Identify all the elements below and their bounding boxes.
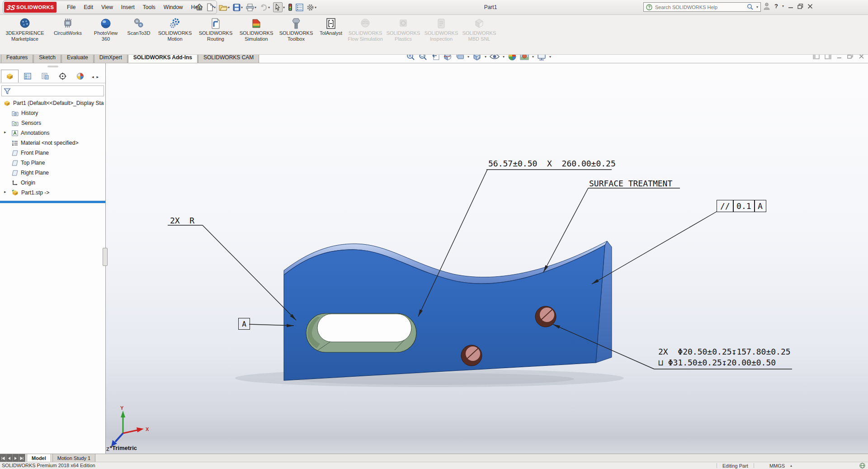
settings-button[interactable]: ▾ xyxy=(306,4,317,11)
addin-photoview-360[interactable]: PhotoView 360 xyxy=(89,18,123,42)
menu-region: 3S SOLIDWORKS File Edit View Insert Tool… xyxy=(3,0,217,14)
display-style-caret-icon[interactable]: ▾ xyxy=(467,55,469,59)
tree-item-front-plane[interactable]: Front Plane xyxy=(0,148,105,158)
addin-label: CircuitWorks xyxy=(54,30,82,36)
panel-tabs-prev-icon[interactable]: ◂ xyxy=(92,75,94,79)
menu-window[interactable]: Window xyxy=(160,2,187,12)
annotations-icon xyxy=(12,130,18,136)
save-button[interactable]: ▾ xyxy=(232,4,244,11)
login-user-icon[interactable] xyxy=(763,2,770,10)
surface-treatment-annotation[interactable]: SURFACE TREATMENT xyxy=(589,179,672,188)
units-caret-icon[interactable]: ▴ xyxy=(790,464,792,468)
help-caret-icon[interactable]: ▾ xyxy=(782,4,784,8)
nav-prev-icon[interactable] xyxy=(6,454,13,462)
rebuild-button[interactable] xyxy=(287,3,293,11)
tree-item-right-plane[interactable]: Right Plane xyxy=(0,168,105,178)
options-list-button[interactable] xyxy=(295,4,304,11)
tree-root-part[interactable]: Part1 (Default<<Default>_Display Sta xyxy=(0,98,105,108)
addin-3dexperience-marketplace[interactable]: 3DEXPERIENCE Marketplace xyxy=(3,18,47,42)
rollback-bar[interactable] xyxy=(0,201,105,203)
graphics-area[interactable] xyxy=(106,63,868,454)
addin-label: SOLIDWORKS Motion xyxy=(156,30,194,42)
close-button[interactable] xyxy=(807,4,813,9)
datum-a-label[interactable]: A xyxy=(238,318,250,330)
tree-item-sensors[interactable]: Sensors xyxy=(0,118,105,128)
slot-dimension-annotation[interactable]: 56.57±0.50 X 260.00±0.25 xyxy=(488,159,616,168)
addin-solidworks-motion[interactable]: SOLIDWORKS Motion xyxy=(155,18,195,42)
home-button[interactable] xyxy=(194,3,204,11)
hole-callout-line1[interactable]: 2X Φ20.50±0.25↧157.80±0.25 xyxy=(658,347,791,356)
tab-featuremanager-tree[interactable] xyxy=(1,70,19,83)
addin-solidworks-plastics: SOLIDWORKS Plastics xyxy=(384,18,422,42)
tab-dimxpertmanager[interactable] xyxy=(54,70,71,83)
tree-item-annotations[interactable]: ▸ Annotations xyxy=(0,128,105,138)
addin-tolanalyst[interactable]: TolAnalyst xyxy=(316,18,346,36)
new-document-caret-icon[interactable]: ▾ xyxy=(214,5,216,9)
search-icon[interactable] xyxy=(747,4,754,10)
expander-icon[interactable]: ▸ xyxy=(4,189,6,194)
apply-scene-caret-icon[interactable]: ▾ xyxy=(532,55,534,59)
menu-view[interactable]: View xyxy=(97,2,117,12)
solidworks-logo: 3S SOLIDWORKS xyxy=(4,2,57,13)
tab-configurationmanager[interactable] xyxy=(36,70,54,83)
print-caret-icon[interactable]: ▾ xyxy=(255,5,256,9)
parallelism-feature-control-frame[interactable]: // 0.1 A xyxy=(717,200,766,212)
menu-file[interactable]: File xyxy=(63,2,80,12)
tree-item-label: Origin xyxy=(21,180,35,186)
hole-callout-line2[interactable]: ⊔ Φ31.50±0.25↧20.00±0.50 xyxy=(658,358,776,367)
nav-first-icon[interactable] xyxy=(0,454,6,462)
panel-tabs-next-icon[interactable]: ▸ xyxy=(97,75,99,79)
menu-edit[interactable]: Edit xyxy=(80,2,97,12)
open-button[interactable]: ▾ xyxy=(218,4,231,11)
expander-icon[interactable]: ▸ xyxy=(4,130,6,134)
menu-insert[interactable]: Insert xyxy=(117,2,139,12)
settings-caret-icon[interactable]: ▾ xyxy=(315,5,316,9)
plastics-icon xyxy=(397,18,410,29)
select-tool-button[interactable] xyxy=(273,2,283,12)
nav-last-icon[interactable] xyxy=(19,454,25,462)
nav-next-icon[interactable] xyxy=(13,454,19,462)
hide-show-caret-icon[interactable]: ▾ xyxy=(503,55,505,59)
new-document-button[interactable]: ▾ xyxy=(206,3,217,11)
addin-solidworks-routing[interactable]: SOLIDWORKS Routing xyxy=(195,18,236,42)
addin-solidworks-flow-simulation: SOLIDWORKS Flow Simulation xyxy=(346,18,384,42)
print-button[interactable]: ▾ xyxy=(245,4,257,11)
view-orientation-caret-icon[interactable]: ▾ xyxy=(485,55,486,59)
tab-propertymanager[interactable] xyxy=(19,70,36,83)
tree-item-origin[interactable]: Origin xyxy=(0,178,105,188)
tree-item-history[interactable]: History xyxy=(0,108,105,118)
tree-item-top-plane[interactable]: Top Plane xyxy=(0,158,105,168)
addin-label: SOLIDWORKS Routing xyxy=(196,30,235,42)
menubar: File Edit View Insert Tools Window Help xyxy=(63,2,206,12)
addin-scanto3d[interactable]: ScanTo3D xyxy=(123,18,155,36)
select-caret-icon[interactable]: ▾ xyxy=(283,5,285,9)
search-caret-icon[interactable]: ▾ xyxy=(756,5,758,9)
units-selector[interactable]: MMGS xyxy=(754,463,790,469)
tree-filter-input[interactable] xyxy=(1,85,104,96)
toolbox-icon xyxy=(290,18,302,29)
panel-grip-handle[interactable] xyxy=(47,66,58,67)
open-caret-icon[interactable]: ▾ xyxy=(228,5,230,9)
help-search-box[interactable]: Search SOLIDWORKS Help ▾ xyxy=(643,2,761,12)
flow-simulation-icon xyxy=(359,18,372,29)
history-folder-icon xyxy=(12,110,19,116)
tree-item-label: Right Plane xyxy=(21,170,49,176)
tab-model[interactable]: Model xyxy=(27,454,51,462)
addin-circuitworks[interactable]: CircuitWorks xyxy=(47,18,89,36)
panel-splitter-handle[interactable] xyxy=(103,248,108,266)
tree-item-imported-part[interactable]: ▸ Part1.stp -> xyxy=(0,188,105,198)
plane-icon xyxy=(12,170,18,176)
tags-globe-icon[interactable] xyxy=(859,463,865,469)
tab-motion-study-1[interactable]: Motion Study 1 xyxy=(52,454,95,462)
view-settings-caret-icon[interactable]: ▾ xyxy=(549,55,551,59)
radius-annotation[interactable]: 2X R xyxy=(170,216,194,225)
restore-button[interactable] xyxy=(797,4,803,9)
addin-solidworks-simulation[interactable]: SOLIDWORKS Simulation xyxy=(236,18,277,42)
minimize-button[interactable] xyxy=(788,4,793,9)
help-button[interactable]: ? xyxy=(774,3,778,9)
tree-item-material[interactable]: Material <not specified> xyxy=(0,138,105,148)
save-caret-icon[interactable]: ▾ xyxy=(241,5,243,9)
addin-solidworks-toolbox[interactable]: SOLIDWORKS Toolbox xyxy=(277,18,316,42)
tab-displaymanager[interactable] xyxy=(71,70,89,83)
menu-tools[interactable]: Tools xyxy=(139,2,160,12)
